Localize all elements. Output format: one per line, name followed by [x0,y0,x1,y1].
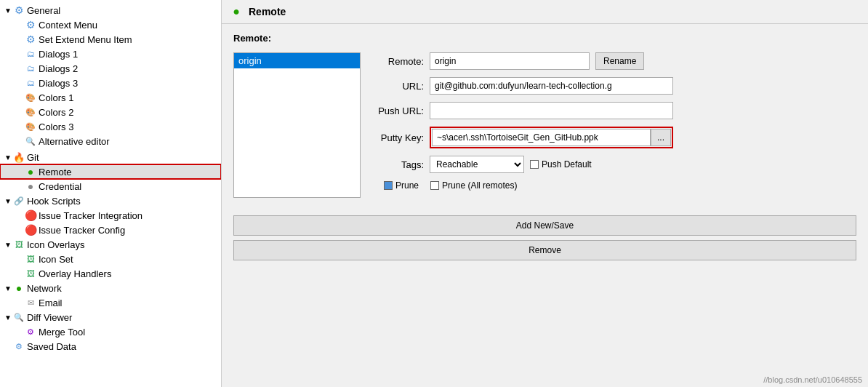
bottom-buttons: Add New/Save Remove [233,215,856,260]
url-field-label: URL: [369,81,424,92]
sidebar-item-network[interactable]: ▼ ● Network [0,281,221,295]
panel-title: Remote [249,6,286,17]
sidebar-item-credential[interactable]: ● Credential [0,179,221,193]
remote-listbox[interactable]: origin [233,52,361,198]
panel-content: Remote: origin Remote: Rename [222,24,868,387]
overlay-icon: 🖼 [13,239,25,250]
sidebar-item-hook-scripts[interactable]: ▼ 🔗 Hook Scripts [0,193,221,208]
main-row: origin Remote: Rename URL: [233,52,856,198]
remote-list-box: origin [233,52,361,198]
remote-field-label: Remote: [369,56,424,67]
expand-arrow-general: ▼ [3,7,13,15]
sidebar-item-colors1[interactable]: 🎨 Colors 1 [0,90,221,105]
url-field-input[interactable] [430,77,673,95]
prune-label: Prune [395,180,419,191]
git-icon: 🔥 [13,151,25,163]
tags-label: Tags: [369,159,424,170]
remove-button[interactable]: Remove [233,240,856,260]
color-icon: 🎨 [25,106,36,118]
sidebar-item-dialogs3[interactable]: 🗂 Dialogs 3 [0,76,221,90]
sidebar-item-git[interactable]: ▼ 🔥 Git [0,150,221,164]
overlay-handler-icon: 🖼 [25,268,36,279]
tags-select[interactable]: Reachable All None [430,156,524,173]
magnifier-icon: 🔍 [25,135,36,147]
watermark-text: //blog.csdn.net/u010648555 [763,375,862,384]
sidebar-item-issue-tracker-cfg[interactable]: 🔴 Issue Tracker Config [0,223,221,237]
sidebar-item-issue-tracker-int[interactable]: 🔴 Issue Tracker Integration [0,208,221,223]
prune-all-checkbox[interactable] [430,181,439,190]
putty-key-input[interactable] [432,129,651,146]
gear-icon: ⚙ [13,4,25,16]
sidebar-item-dialogs1[interactable]: 🗂 Dialogs 1 [0,47,221,61]
saved-data-icon: ⚙ [13,340,25,352]
prune-checkbox[interactable] [384,181,393,190]
prune-all-label: Prune (All remotes) [442,180,517,191]
panel-header: ● Remote [222,0,868,24]
dialog-icon: 🗂 [25,63,36,74]
prune-checkbox-row[interactable]: Prune [384,180,419,191]
remote-field-input[interactable] [430,52,590,70]
putty-key-row: Putty Key: ... [369,127,856,148]
network-icon: ● [13,282,25,294]
diff-icon: 🔍 [13,311,25,323]
sidebar-item-saved-data[interactable]: ⚙ Saved Data [0,339,221,354]
remote-section-label: Remote: [233,33,856,44]
gear-icon: ⚙ [25,33,36,45]
push-url-field-row: Push URL: [369,102,856,119]
sidebar-item-context-menu[interactable]: ⚙ Context Menu [0,17,221,32]
remote-field-row: Remote: Rename [369,52,856,70]
settings-sidebar: ▼ ⚙ General ⚙ Context Menu ⚙ Set Extend … [0,0,222,387]
sidebar-item-alt-editor[interactable]: 🔍 Alternative editor [0,134,221,148]
color-icon: 🎨 [25,121,36,132]
remote-icon: ● [230,6,242,17]
push-url-label: Push URL: [369,105,424,116]
putty-browse-button[interactable]: ... [651,129,671,146]
prune-row: Prune Prune (All remotes) [369,180,856,191]
sidebar-item-dialogs2[interactable]: 🗂 Dialogs 2 [0,61,221,76]
gear-icon: ⚙ [25,19,36,31]
rename-button[interactable]: Rename [595,52,644,70]
sidebar-item-remote[interactable]: ● Remote [0,164,221,179]
push-default-checkbox[interactable] [530,160,539,169]
push-default-checkbox-row[interactable]: Push Default [530,159,592,169]
sidebar-item-colors2[interactable]: 🎨 Colors 2 [0,105,221,119]
sidebar-item-diff-viewer[interactable]: ▼ 🔍 Diff Viewer [0,310,221,324]
push-default-label: Push Default [542,159,592,169]
sidebar-item-colors3[interactable]: 🎨 Colors 3 [0,119,221,134]
settings-panel: ● Remote Remote: origin Remote: Rename [222,0,868,387]
url-field-row: URL: [369,77,856,95]
prune-all-checkbox-row[interactable]: Prune (All remotes) [430,180,517,191]
form-area: Remote: Rename URL: Push URL: Putty Key: [369,52,856,198]
green-circle-icon: ● [25,166,36,177]
sidebar-item-general[interactable]: ▼ ⚙ General [0,3,221,17]
add-new-save-button[interactable]: Add New/Save [233,215,856,236]
email-icon: ✉ [25,297,36,308]
hook-icon: 🔗 [13,195,25,207]
sidebar-item-merge-tool[interactable]: ⚙ Merge Tool [0,324,221,339]
sidebar-item-icon-overlays[interactable]: ▼ 🖼 Icon Overlays [0,237,221,252]
sidebar-item-icon-set[interactable]: 🖼 Icon Set [0,252,221,266]
putty-key-label: Putty Key: [369,132,424,143]
red-dot-icon: 🔴 [25,210,36,221]
sidebar-item-email[interactable]: ✉ Email [0,295,221,310]
red-dot-icon: 🔴 [25,224,36,236]
dialog-icon: 🗂 [25,77,36,89]
sidebar-item-set-extend[interactable]: ⚙ Set Extend Menu Item [0,32,221,47]
merge-icon: ⚙ [25,326,36,338]
remote-list-item-origin[interactable]: origin [234,53,360,68]
icon-set-icon: 🖼 [25,253,36,265]
sidebar-item-overlay-handlers[interactable]: 🖼 Overlay Handlers [0,266,221,281]
tags-field-row: Tags: Reachable All None Push Default [369,156,856,173]
gray-circle-icon: ● [25,180,36,192]
dialog-icon: 🗂 [25,48,36,60]
push-url-input[interactable] [430,102,673,119]
color-icon: 🎨 [25,92,36,103]
